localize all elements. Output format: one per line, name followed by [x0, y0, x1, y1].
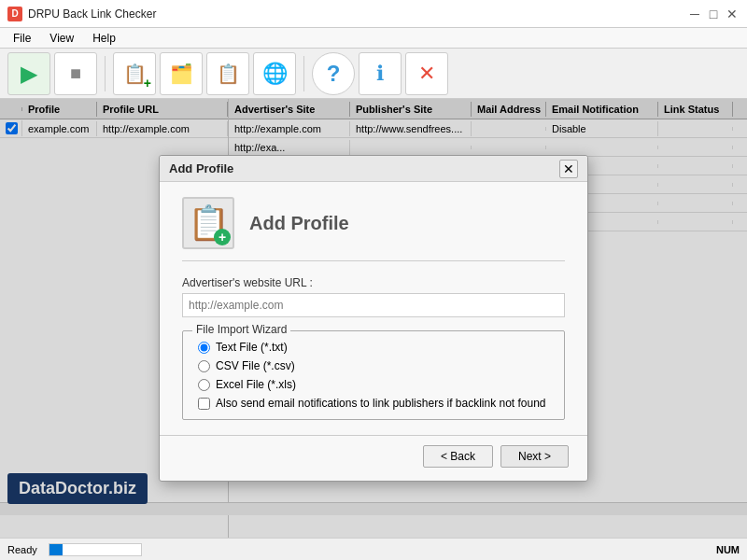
stop-button[interactable]: ■: [54, 52, 97, 95]
status-text: Ready: [7, 544, 37, 555]
progress-fill: [49, 544, 63, 555]
play-button[interactable]: ▶: [7, 52, 50, 95]
status-num: NUM: [716, 544, 740, 555]
radio-txt[interactable]: [198, 342, 210, 354]
toolbar-separator-2: [303, 56, 304, 91]
radio-csv-label[interactable]: CSV File (*.csv): [216, 359, 295, 372]
manage-button[interactable]: 🗂️: [160, 52, 203, 95]
app-title: DRPU Back Link Checker: [28, 7, 687, 21]
menu-file[interactable]: File: [4, 30, 40, 47]
clipboard-icon: 📋: [123, 63, 147, 85]
email-notification-checkbox-row: Also send email notifications to link pu…: [198, 397, 549, 410]
dialog-close-button[interactable]: ✕: [559, 160, 578, 178]
help-toolbar-button[interactable]: ?: [312, 52, 355, 95]
dialog-footer: < Back Next >: [160, 435, 587, 481]
close-toolbar-button[interactable]: ✕: [405, 52, 448, 95]
title-bar: D DRPU Back Link Checker ─ □ ✕: [0, 0, 747, 28]
radio-csv[interactable]: [198, 360, 210, 372]
file-import-wizard: File Import Wizard Text File (*.txt) CSV…: [182, 330, 565, 420]
add-profile-dialog: Add Profile ✕ 📋 + Add Profile Advertiser…: [159, 155, 588, 482]
dialog-title-bar: Add Profile ✕: [160, 156, 587, 182]
plus-badge: +: [144, 76, 151, 91]
next-button[interactable]: Next >: [500, 445, 569, 468]
status-bar: Ready NUM: [0, 538, 747, 560]
menu-view[interactable]: View: [40, 30, 83, 47]
main-area: Profile Profile URL example.com http://e…: [0, 99, 747, 538]
dialog-main-title: Add Profile: [249, 213, 349, 234]
dialog-header: 📋 + Add Profile: [182, 197, 565, 261]
settings-toolbar-button[interactable]: 📋: [206, 52, 249, 95]
toolbar-separator: [105, 56, 106, 91]
minimize-button[interactable]: ─: [687, 7, 702, 21]
email-notification-checkbox[interactable]: [198, 398, 210, 410]
dialog-icon: 📋 +: [182, 197, 234, 249]
url-field-label: Advertiser's website URL :: [182, 276, 565, 289]
manage-icon: 🗂️: [170, 63, 193, 85]
menu-bar: File View Help: [0, 28, 747, 49]
modal-overlay: Add Profile ✕ 📋 + Add Profile Advertiser…: [0, 99, 747, 538]
advertiser-url-input[interactable]: [182, 293, 565, 317]
toolbar: ▶ ■ 📋 + 🗂️ 📋 🌐 ? ℹ ✕: [0, 49, 747, 99]
menu-help[interactable]: Help: [83, 30, 125, 47]
maximize-button[interactable]: □: [706, 7, 721, 21]
url-field-group: Advertiser's website URL :: [182, 276, 565, 317]
dialog-title: Add Profile: [169, 161, 559, 175]
add-profile-toolbar-button[interactable]: 📋 +: [113, 52, 156, 95]
email-notification-label[interactable]: Also send email notifications to link pu…: [216, 397, 546, 410]
settings-icon: 📋: [217, 63, 240, 85]
close-window-button[interactable]: ✕: [725, 7, 740, 21]
network-button[interactable]: 🌐: [253, 52, 296, 95]
radio-csv-row: CSV File (*.csv): [198, 359, 549, 372]
network-icon: 🌐: [262, 62, 288, 86]
info-toolbar-button[interactable]: ℹ: [359, 52, 402, 95]
dialog-body: 📋 + Add Profile Advertiser's website URL…: [160, 182, 587, 435]
add-badge-icon: +: [214, 229, 231, 245]
wizard-legend: File Import Wizard: [192, 323, 290, 336]
radio-xls[interactable]: [198, 379, 210, 391]
progress-bar: [49, 543, 142, 556]
app-icon: D: [7, 7, 22, 21]
radio-xls-row: Excel File (*.xls): [198, 378, 549, 391]
radio-txt-label[interactable]: Text File (*.txt): [216, 341, 288, 354]
radio-txt-row: Text File (*.txt): [198, 341, 549, 354]
radio-xls-label[interactable]: Excel File (*.xls): [216, 378, 296, 391]
back-button[interactable]: < Back: [423, 445, 493, 468]
window-controls: ─ □ ✕: [687, 7, 740, 21]
